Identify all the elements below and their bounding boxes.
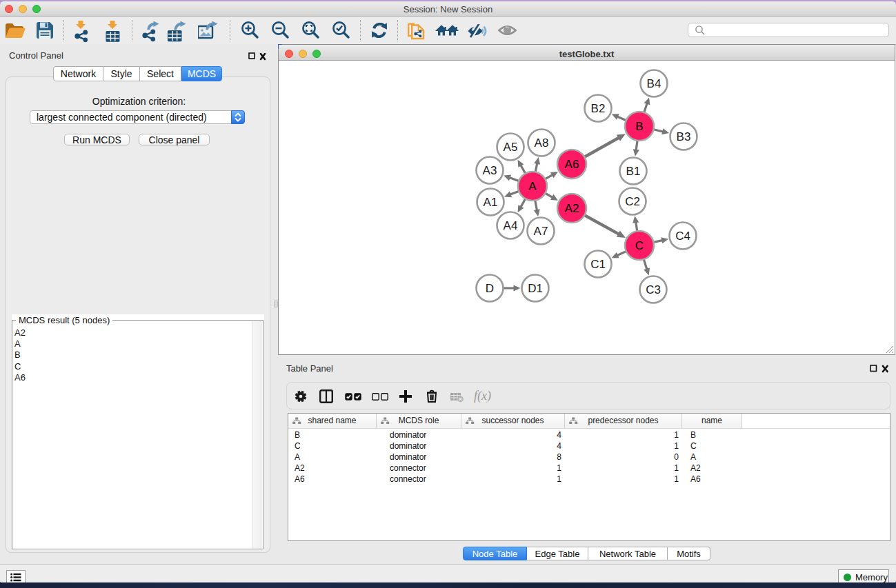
svg-text:A8: A8 xyxy=(535,136,549,150)
svg-text:C: C xyxy=(635,239,644,252)
svg-text:A1: A1 xyxy=(484,196,498,209)
svg-text:A3: A3 xyxy=(483,164,497,177)
svg-text:B: B xyxy=(635,120,643,133)
svg-text:A2: A2 xyxy=(565,202,579,215)
svg-text:D: D xyxy=(486,282,494,295)
svg-text:C2: C2 xyxy=(625,195,640,208)
svg-text:C3: C3 xyxy=(646,283,661,296)
svg-text:A5: A5 xyxy=(504,141,518,154)
svg-text:A4: A4 xyxy=(504,219,518,232)
svg-text:A: A xyxy=(528,180,537,193)
svg-text:B2: B2 xyxy=(591,102,606,115)
svg-text:C1: C1 xyxy=(590,258,606,271)
svg-text:B3: B3 xyxy=(677,130,691,143)
svg-text:C4: C4 xyxy=(675,230,690,243)
svg-text:B1: B1 xyxy=(626,165,641,178)
svg-text:A6: A6 xyxy=(565,158,579,171)
svg-text:B4: B4 xyxy=(647,77,661,90)
svg-text:A7: A7 xyxy=(534,225,548,238)
svg-text:D1: D1 xyxy=(528,282,543,295)
